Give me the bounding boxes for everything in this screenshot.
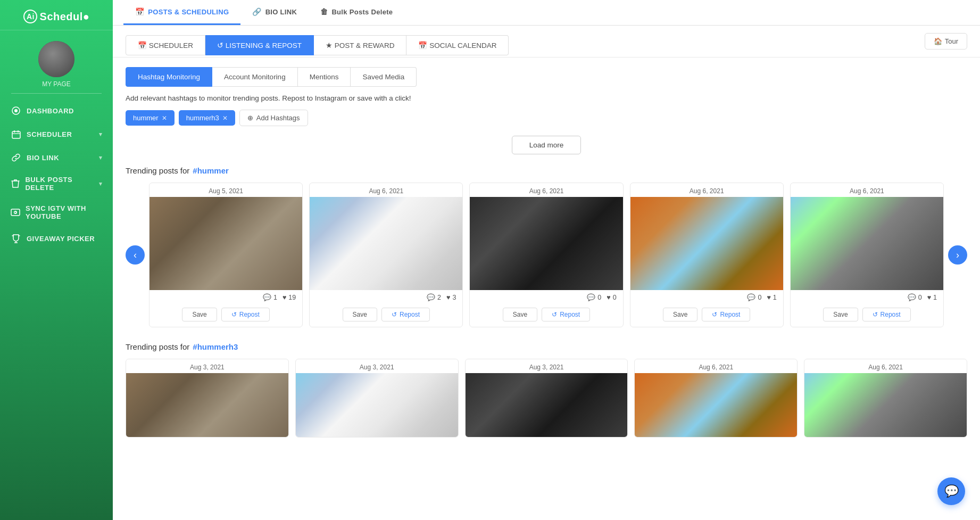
posts-grid-hummer: Aug 5, 2021 💬 1 ♥ 19 Save ↺ Repost	[149, 183, 944, 327]
tab-label: Bulk Posts Delete	[331, 8, 393, 16]
tab-listening-label: LISTENING & REPOST	[226, 42, 302, 49]
trending-prefix: Trending posts for	[126, 166, 189, 175]
tour-label: Tour	[945, 37, 958, 45]
chevron-down-icon: ▾	[99, 154, 103, 161]
top-tabs-bar: 📅 POSTS & SCHEDULING 🔗 BIO LINK 🗑 Bulk P…	[113, 0, 980, 26]
tab-post-reward[interactable]: ★ POST & REWARD	[314, 35, 406, 55]
post-actions: Save ↺ Repost	[310, 304, 462, 327]
post-stats: 💬 1 ♥ 19	[150, 290, 302, 304]
sidebar-item-scheduler[interactable]: SCHEDULER ▾	[0, 122, 113, 146]
sidebar-item-label: BULK POSTS DELETE	[25, 176, 93, 192]
trash-icon	[11, 178, 20, 189]
username-label: MY PAGE	[42, 80, 71, 88]
tab-hashtag-monitoring[interactable]: Hashtag Monitoring	[126, 67, 212, 87]
trending-section-hummerh3: Trending posts for #hummerh3 Aug 3, 2021…	[126, 342, 967, 438]
hashtag-pill-hummerh3[interactable]: hummerh3 ✕	[179, 110, 235, 126]
repost-icon: ↺	[873, 311, 878, 318]
save-button-1[interactable]: Save	[182, 308, 217, 321]
repost-button-3[interactable]: ↺ Repost	[542, 308, 590, 321]
account-monitoring-label: Account Monitoring	[224, 73, 286, 81]
sidebar-nav: DASHBOARD SCHEDULER ▾ BIO LINK ▾ BULK PO…	[0, 99, 113, 520]
sidebar-item-dashboard[interactable]: DASHBOARD	[0, 99, 113, 122]
tab-social-calendar[interactable]: 📅 SOCIAL CALENDAR	[406, 35, 509, 55]
post-card-hummer-2: Aug 6, 2021 💬 2 ♥ 3 Save ↺ Repost	[309, 183, 463, 327]
repost-button-4[interactable]: ↺ Repost	[702, 308, 750, 321]
post-date: Aug 6, 2021	[791, 183, 943, 197]
repost-icon: ↺	[231, 311, 237, 318]
remove-hummer-icon[interactable]: ✕	[162, 114, 167, 122]
sidebar-item-label: GIVEAWAY PICKER	[27, 235, 95, 243]
post-stats: 💬 0 ♥ 0	[470, 290, 622, 304]
avatar	[38, 41, 74, 77]
tab-mentions[interactable]: Mentions	[298, 67, 351, 87]
plus-icon: ⊕	[247, 114, 253, 122]
tab-scheduler[interactable]: 📅 SCHEDULER	[126, 35, 205, 55]
carousel-prev-hummer[interactable]: ‹	[126, 245, 145, 265]
remove-hummerh3-icon[interactable]: ✕	[222, 114, 228, 122]
post-card-hummerh3-4: Aug 6, 2021	[634, 359, 798, 438]
post-card-hummerh3-3: Aug 3, 2021	[465, 359, 628, 438]
tour-button[interactable]: 🏠 Tour	[925, 33, 967, 49]
sidebar-item-bio-link[interactable]: BIO LINK ▾	[0, 146, 113, 169]
post-image	[126, 373, 288, 437]
repost-button-2[interactable]: ↺ Repost	[381, 308, 430, 321]
post-card-hummerh3-1: Aug 3, 2021	[126, 359, 289, 438]
repost-icon: ↺	[712, 311, 717, 318]
comment-count: 💬 0	[747, 293, 761, 301]
tab-listening[interactable]: ↺ LISTENING & REPOST	[205, 35, 314, 55]
post-card-hummerh3-5: Aug 6, 2021	[804, 359, 967, 438]
save-button-3[interactable]: Save	[503, 308, 537, 321]
post-date: Aug 6, 2021	[635, 359, 797, 373]
sidebar-item-sync-igtv[interactable]: SYNC IGTV WITH YOUTUBE	[0, 198, 113, 227]
content-area: Hashtag Monitoring Account Monitoring Me…	[113, 57, 980, 520]
post-date: Aug 3, 2021	[126, 359, 288, 373]
repost-button-5[interactable]: ↺ Repost	[862, 308, 911, 321]
description-text: Add relevant hashtags to monitor trendin…	[126, 94, 967, 102]
tab-posts-scheduling[interactable]: 📅 POSTS & SCHEDULING	[123, 0, 240, 25]
post-date: Aug 5, 2021	[150, 183, 302, 197]
posts-carousel-hummer: ‹ Aug 5, 2021 💬 1 ♥ 19 Save	[126, 183, 967, 327]
calendar-icon: 📅	[135, 7, 144, 16]
chat-icon: 💬	[944, 484, 959, 498]
tab-bulk-delete[interactable]: 🗑 Bulk Posts Delete	[309, 0, 404, 25]
save-button-5[interactable]: Save	[823, 308, 858, 321]
carousel-next-hummer[interactable]: ›	[948, 245, 967, 265]
post-image	[310, 197, 462, 290]
post-image	[804, 373, 967, 437]
repost-button-1[interactable]: ↺ Repost	[221, 308, 270, 321]
sidebar-item-giveaway[interactable]: GIVEAWAY PICKER	[0, 227, 113, 250]
post-image	[630, 197, 783, 290]
like-count: ♥ 3	[446, 294, 456, 301]
trending-header-hummer: Trending posts for #hummer	[126, 166, 967, 175]
save-button-4[interactable]: Save	[663, 308, 697, 321]
comment-count: 💬 2	[427, 293, 441, 301]
listening-tabs: Hashtag Monitoring Account Monitoring Me…	[126, 67, 967, 87]
tab-saved-media[interactable]: Saved Media	[351, 67, 417, 87]
post-card-hummer-4: Aug 6, 2021 💬 0 ♥ 1 Save ↺ Repost	[630, 183, 784, 327]
link-icon	[11, 152, 21, 163]
trending-hashtag-hummerh3: #hummerh3	[193, 342, 238, 351]
logo-icon: Ai	[23, 10, 40, 23]
like-count: ♥ 1	[927, 294, 937, 301]
like-count: ♥ 19	[283, 294, 296, 301]
repost-icon: ↺	[552, 311, 557, 318]
post-date: Aug 3, 2021	[296, 359, 458, 373]
chat-bubble[interactable]: 💬	[937, 477, 965, 505]
load-more-label: Load more	[529, 141, 564, 149]
load-more-button[interactable]: Load more	[512, 136, 582, 154]
add-hashtags-label: Add Hashtags	[256, 114, 300, 122]
saved-media-label: Saved Media	[362, 73, 404, 81]
tab-social-label: SOCIAL CALENDAR	[429, 42, 496, 49]
tab-account-monitoring[interactable]: Account Monitoring	[212, 67, 298, 87]
hashtag-row: hummer ✕ hummerh3 ✕ ⊕ Add Hashtags	[126, 110, 967, 126]
tab-bio-link[interactable]: 🔗 BIO LINK	[240, 0, 309, 25]
listening-content: Hashtag Monitoring Account Monitoring Me…	[113, 57, 980, 462]
logo-text: Schedul●	[40, 11, 90, 23]
save-button-2[interactable]: Save	[343, 308, 377, 321]
like-count: ♥ 1	[767, 294, 776, 301]
repost-icon: ↺	[392, 311, 397, 318]
hashtag-pill-hummer[interactable]: hummer ✕	[126, 110, 175, 126]
link-icon: 🔗	[252, 7, 261, 16]
sidebar-item-bulk-posts[interactable]: BULK POSTS DELETE ▾	[0, 169, 113, 198]
add-hashtags-button[interactable]: ⊕ Add Hashtags	[239, 110, 308, 126]
